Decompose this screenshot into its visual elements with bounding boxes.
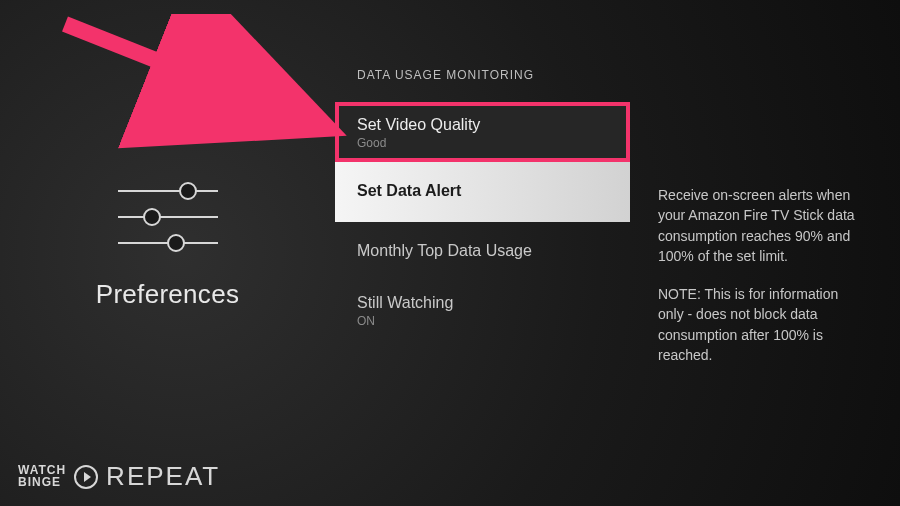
watermark-word: REPEAT: [106, 461, 220, 492]
page-title: Preferences: [96, 279, 239, 310]
help-paragraph: NOTE: This is for information only - doe…: [658, 284, 862, 365]
svg-point-5: [168, 235, 184, 251]
item-title: Set Video Quality: [357, 116, 608, 134]
help-panel: Receive on-screen alerts when your Amazo…: [630, 0, 900, 506]
item-still-watching[interactable]: Still Watching ON: [335, 282, 630, 342]
play-icon: [74, 465, 98, 489]
settings-list: DATA USAGE MONITORING Set Video Quality …: [335, 0, 630, 506]
watermark-line2: BINGE: [18, 477, 66, 488]
svg-point-1: [180, 183, 196, 199]
sliders-icon: [108, 177, 228, 257]
item-set-data-alert[interactable]: Set Data Alert: [335, 162, 630, 222]
item-title: Monthly Top Data Usage: [357, 242, 608, 260]
item-title: Still Watching: [357, 294, 608, 312]
item-subtitle: Good: [357, 136, 608, 150]
item-subtitle: ON: [357, 314, 608, 328]
watermark: WATCH BINGE REPEAT: [18, 461, 220, 492]
item-title: Set Data Alert: [357, 182, 608, 200]
section-label: DATA USAGE MONITORING: [335, 68, 630, 82]
left-panel: Preferences: [0, 0, 335, 506]
item-monthly-top-data-usage[interactable]: Monthly Top Data Usage: [335, 222, 630, 282]
item-set-video-quality[interactable]: Set Video Quality Good: [335, 102, 630, 162]
help-paragraph: Receive on-screen alerts when your Amazo…: [658, 185, 862, 266]
svg-point-3: [144, 209, 160, 225]
